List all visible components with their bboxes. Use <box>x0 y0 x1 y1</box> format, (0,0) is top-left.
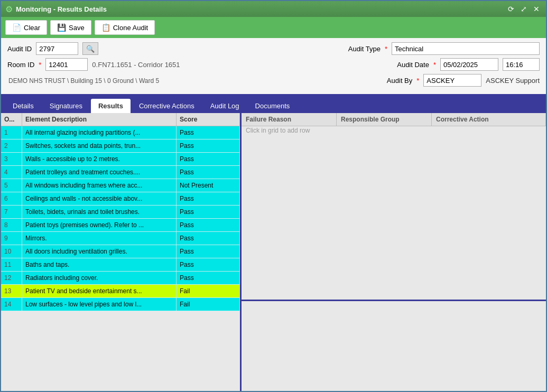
col-corrective-action: Corrective Action <box>432 113 546 126</box>
table-row[interactable]: 4 Patient trolleys and treatment couches… <box>1 166 240 179</box>
row-score: Pass <box>177 166 240 179</box>
table-row[interactable]: 5 All windows including frames where acc… <box>1 179 240 192</box>
audit-type-input[interactable] <box>392 42 540 55</box>
row-order: 14 <box>1 298 22 311</box>
row-description: Mirrors. <box>22 232 177 245</box>
row-description: All internal glazing including partition… <box>22 126 177 139</box>
audit-date-input[interactable] <box>440 58 498 71</box>
table-row[interactable]: 12 Radiators including cover. Pass <box>1 272 240 285</box>
table-row[interactable]: 7 Toilets, bidets, urinals and toilet br… <box>1 206 240 219</box>
audit-id-label: Audit ID <box>7 45 32 53</box>
row-score: Pass <box>177 206 240 218</box>
toolbar: 📄 Clear 💾 Save 📋 Clone Audit <box>1 17 546 38</box>
row-description: Patient toys (premises owned). Refer to … <box>22 219 177 231</box>
row-order: 9 <box>1 232 22 245</box>
row-score: Pass <box>177 258 240 271</box>
row-score: Fail <box>177 298 240 311</box>
table-row[interactable]: 13 Patient TV and bedside entertainment … <box>1 285 240 298</box>
tab-bar: Details Signatures Results Corrective Ac… <box>1 94 546 113</box>
tab-signatures[interactable]: Signatures <box>42 99 90 113</box>
clear-button[interactable]: 📄 Clear <box>5 20 47 35</box>
clone-audit-button[interactable]: 📋 Clone Audit <box>95 20 155 35</box>
form-row-3: DEMO NHS TRUST \ Building 15 \ 0 Ground … <box>7 74 540 87</box>
audit-date-label: Audit Date <box>397 61 429 69</box>
audit-type-label: Audit Type <box>348 45 381 53</box>
table-row[interactable]: 1 All internal glazing including partiti… <box>1 126 240 139</box>
audit-type-required: * <box>385 45 387 53</box>
row-score: Pass <box>177 219 240 231</box>
form-section: Audit ID 🔍 Audit Type * Room ID * 0.FN71… <box>1 38 546 94</box>
audit-id-input[interactable] <box>36 42 78 55</box>
col-order: O... <box>1 113 22 126</box>
right-panel: Failure Reason Responsible Group Correct… <box>242 113 546 391</box>
row-order: 11 <box>1 258 22 271</box>
col-responsible-group: Responsible Group <box>337 113 432 126</box>
search-icon: 🔍 <box>86 45 95 53</box>
tab-corrective-actions[interactable]: Corrective Actions <box>132 99 202 113</box>
corrective-actions-top[interactable]: Click in grid to add row <box>242 126 546 301</box>
audit-by-name: ASCKEY Support <box>486 77 540 85</box>
row-score: Fail <box>177 285 240 297</box>
audit-search-button[interactable]: 🔍 <box>82 42 98 55</box>
corrective-actions-body: Click in grid to add row <box>242 126 546 391</box>
table-row[interactable]: 14 Low surfaces - low level pipes and lo… <box>1 298 240 311</box>
table-row[interactable]: 6 Ceilings and walls - not accessible ab… <box>1 192 240 206</box>
table-row[interactable]: 2 Switches, sockets and data points, tru… <box>1 139 240 153</box>
row-order: 1 <box>1 126 22 139</box>
table-row[interactable]: 11 Baths and taps. Pass <box>1 258 240 272</box>
audit-time-input[interactable] <box>503 58 540 71</box>
row-order: 12 <box>1 272 22 284</box>
row-order: 2 <box>1 139 22 152</box>
add-row-placeholder: Click in grid to add row <box>242 123 314 138</box>
row-score: Pass <box>177 272 240 284</box>
row-score: Pass <box>177 139 240 152</box>
table-row[interactable]: 8 Patient toys (premises owned). Refer t… <box>1 219 240 232</box>
audit-by-required: * <box>416 77 419 85</box>
close-button[interactable]: ✕ <box>531 5 542 13</box>
tab-audit-log[interactable]: Audit Log <box>203 99 247 113</box>
row-score: Pass <box>177 126 240 139</box>
corrective-actions-bottom <box>242 301 546 391</box>
row-description: Low surfaces - low level pipes and low l… <box>22 298 177 311</box>
clone-icon: 📋 <box>101 23 110 32</box>
row-description: Toilets, bidets, urinals and toilet brus… <box>22 206 177 218</box>
row-description: Ceilings and walls - not accessible abov… <box>22 192 177 205</box>
app-icon: ⚙ <box>5 4 13 14</box>
resize-button[interactable]: ⤢ <box>518 5 529 13</box>
col-description: Element Description <box>22 113 177 126</box>
row-order: 8 <box>1 219 22 231</box>
audit-by-label: Audit By <box>387 77 412 85</box>
row-description: Radiators including cover. <box>22 272 177 284</box>
row-description: Walls - accessible up to 2 metres. <box>22 153 177 165</box>
table-row[interactable]: 9 Mirrors. Pass <box>1 232 240 245</box>
row-description: Baths and taps. <box>22 258 177 271</box>
left-panel: O... Element Description Score 1 All int… <box>1 113 242 391</box>
row-order: 10 <box>1 245 22 258</box>
title-bar: ⚙ Monitoring - Results Details ⟳ ⤢ ✕ <box>1 1 546 17</box>
row-order: 3 <box>1 153 22 165</box>
tab-results[interactable]: Results <box>91 99 131 113</box>
clear-label: Clear <box>24 24 40 32</box>
room-id-label: Room ID <box>7 61 34 69</box>
room-id-input[interactable] <box>45 58 88 71</box>
clone-label: Clone Audit <box>113 24 149 32</box>
row-order: 6 <box>1 192 22 205</box>
row-description: All doors including ventilation grilles. <box>22 245 177 258</box>
tab-details[interactable]: Details <box>5 99 41 113</box>
tab-documents[interactable]: Documents <box>248 99 298 113</box>
row-score: Pass <box>177 192 240 205</box>
table-row[interactable]: 10 All doors including ventilation grill… <box>1 245 240 258</box>
results-table-body: 1 All internal glazing including partiti… <box>1 126 240 391</box>
row-score: Pass <box>177 232 240 245</box>
save-button[interactable]: 💾 Save <box>50 20 91 35</box>
title-bar-controls: ⟳ ⤢ ✕ <box>506 5 542 13</box>
form-row-1: Audit ID 🔍 Audit Type * <box>7 42 540 55</box>
refresh-button[interactable]: ⟳ <box>506 5 516 13</box>
save-label: Save <box>69 24 85 32</box>
breadcrumb: DEMO NHS TRUST \ Building 15 \ 0 Ground … <box>7 75 159 86</box>
row-order: 7 <box>1 206 22 218</box>
row-description: All windows including frames where acc..… <box>22 179 177 192</box>
table-row[interactable]: 3 Walls - accessible up to 2 metres. Pas… <box>1 153 240 166</box>
audit-by-input[interactable] <box>423 74 481 87</box>
clear-icon: 📄 <box>12 23 21 32</box>
